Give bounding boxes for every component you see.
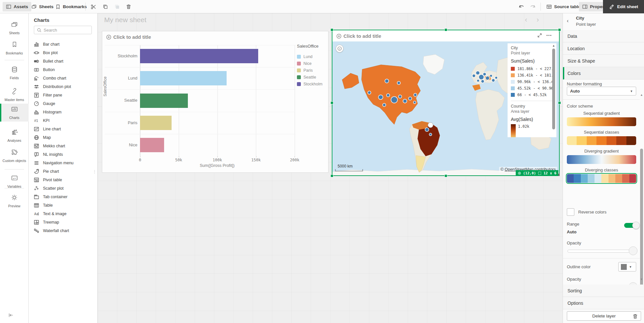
undo-button[interactable] — [516, 2, 526, 11]
map-info-button[interactable] — [336, 45, 343, 52]
sidebar-item-charts[interactable]: Charts — [0, 104, 29, 122]
city-point[interactable] — [485, 76, 489, 80]
chart-type-item-table[interactable]: Table — [29, 201, 98, 210]
outline-color-dropdown[interactable]: ▼ — [618, 262, 636, 272]
chart-type-item-line-chart[interactable]: Line chart — [29, 125, 98, 133]
range-toggle[interactable] — [624, 223, 637, 228]
scroll-down-arrow[interactable]: ▼ — [640, 278, 643, 281]
source-table-button[interactable]: Source table — [543, 2, 584, 11]
city-point[interactable] — [472, 74, 476, 78]
chart-type-item-bullet-chart[interactable]: Bullet chart — [29, 57, 98, 66]
city-point[interactable] — [477, 80, 479, 82]
chart-type-item-combo-chart[interactable]: Combo chart — [29, 74, 98, 82]
panel-resize-handle[interactable]: ⋮ — [92, 169, 97, 174]
chart-type-item-navigation-menu[interactable]: Navigation menu — [29, 159, 98, 167]
city-point[interactable] — [383, 103, 386, 107]
prev-sheet-chevron[interactable]: ‹ — [525, 15, 527, 24]
fullscreen-icon[interactable] — [537, 33, 542, 38]
next-sheet-chevron[interactable]: › — [537, 15, 539, 24]
redo-button[interactable] — [528, 2, 538, 11]
chart-type-item-pivot-table[interactable]: Pivot table — [29, 176, 98, 184]
color-scheme-swatch[interactable] — [567, 136, 636, 145]
scroll-thumb[interactable] — [552, 49, 555, 129]
city-point[interactable] — [429, 133, 432, 136]
chart-type-item-tab-container[interactable]: Tab container — [29, 193, 98, 201]
chart-type-item-button[interactable]: Button — [29, 66, 98, 74]
sidebar-item-variables[interactable]: x= Variables — [0, 172, 29, 190]
city-point[interactable] — [413, 101, 416, 104]
sidebar-item-master-items[interactable]: Master items — [0, 86, 29, 104]
section-size-shape[interactable]: Size & Shape — [563, 55, 644, 67]
resize-handle-s[interactable] — [444, 174, 447, 177]
map-object-selected[interactable]: Click to add title … — [332, 30, 560, 176]
section-colors[interactable]: Colors — [563, 67, 644, 80]
scroll-up-arrow[interactable]: ▲ — [552, 44, 555, 47]
section-location[interactable]: Location — [563, 42, 644, 55]
city-point[interactable] — [399, 95, 402, 98]
edit-sheet-button[interactable]: Edit sheet — [603, 0, 644, 13]
reverse-colors-checkbox[interactable] — [567, 208, 574, 216]
chart-type-item-map[interactable]: Map — [29, 133, 98, 142]
legend-item[interactable]: Paris — [297, 67, 328, 74]
city-point-highlighted[interactable] — [428, 123, 433, 128]
bar-lund[interactable] — [140, 71, 227, 85]
section-data[interactable]: Data — [563, 30, 644, 42]
bar-stockholm[interactable] — [140, 49, 258, 63]
city-point[interactable] — [378, 95, 383, 99]
city-point[interactable] — [481, 80, 484, 83]
scroll-up-arrow[interactable]: ▲ — [640, 93, 643, 96]
city-point[interactable] — [495, 77, 497, 79]
sidebar-item-sheets[interactable]: Sheets — [0, 19, 29, 37]
assets-tab[interactable]: Assets — [3, 2, 31, 11]
copy-button[interactable] — [100, 2, 110, 11]
city-point[interactable] — [391, 96, 398, 103]
collapse-rail-button[interactable] — [8, 312, 14, 318]
resize-handle-w[interactable] — [330, 101, 333, 104]
legend-item[interactable]: Nice — [297, 60, 328, 67]
bar-chart-object[interactable]: Click to add title SalesOffice Stockholm… — [102, 31, 329, 173]
cut-button[interactable] — [89, 2, 98, 11]
color-scheme-swatch[interactable] — [567, 174, 636, 183]
bookmarks-tab[interactable]: Bookmarks — [52, 2, 90, 11]
chart-type-item-nl-insights[interactable]: NL insights — [29, 150, 98, 159]
chart-type-item-mekko-chart[interactable]: Mekko chart — [29, 142, 98, 150]
city-point[interactable] — [403, 99, 407, 103]
city-point[interactable] — [490, 75, 492, 77]
chart-type-item-box-plot[interactable]: Box plot — [29, 49, 98, 57]
properties-scrollbar[interactable]: ▲ ▼ — [640, 80, 643, 285]
sheet-title[interactable]: My new sheet — [104, 16, 147, 24]
chart-type-item-scatter-plot[interactable]: Scatter plot — [29, 184, 98, 193]
resize-handle-ne[interactable] — [558, 28, 561, 31]
map-title-placeholder[interactable]: Click to add title — [336, 33, 381, 39]
legend-item[interactable]: Lund — [297, 53, 328, 60]
legend-item[interactable]: Seattle — [297, 74, 328, 81]
sidebar-item-fields[interactable]: Fields — [0, 64, 29, 82]
section-sorting[interactable]: Sorting — [563, 285, 644, 297]
more-options-icon[interactable]: … — [546, 31, 552, 37]
bar-seattle[interactable] — [140, 94, 188, 108]
color-scheme-swatch[interactable] — [567, 117, 636, 126]
city-point[interactable] — [492, 79, 495, 82]
sidebar-item-analyses[interactable]: Analyses — [0, 126, 29, 144]
city-point[interactable] — [397, 81, 400, 84]
city-point[interactable] — [386, 94, 390, 97]
opacity-slider[interactable] — [567, 250, 637, 253]
city-point[interactable] — [483, 73, 486, 76]
sidebar-item-bookmarks[interactable]: Bookmarks — [0, 39, 29, 57]
city-point[interactable] — [414, 93, 417, 96]
resize-handle-sw[interactable] — [330, 174, 333, 177]
sheet-canvas[interactable]: My new sheet ‹ › Click to add title Sale… — [98, 13, 563, 323]
chart-type-item-distribution-plot[interactable]: Distribution plot — [29, 82, 98, 91]
search-input[interactable]: Search — [34, 26, 92, 34]
city-point[interactable] — [425, 128, 429, 132]
bar-chart-title-placeholder[interactable]: Click to add title — [106, 34, 151, 40]
color-scheme-swatch[interactable] — [567, 155, 636, 164]
bar-nice[interactable] — [140, 138, 164, 152]
city-point[interactable] — [368, 91, 371, 94]
chart-type-item-waterfall-chart[interactable]: Waterfall chart — [29, 227, 98, 235]
back-chevron-icon[interactable]: ‹ — [567, 18, 568, 24]
delete-layer-button[interactable]: Delete layer — [567, 311, 641, 321]
chart-type-item-pie-chart[interactable]: Pie chart — [29, 167, 98, 176]
sidebar-item-custom-objects[interactable]: Custom objects — [0, 147, 29, 165]
resize-handle-e[interactable] — [558, 101, 561, 104]
